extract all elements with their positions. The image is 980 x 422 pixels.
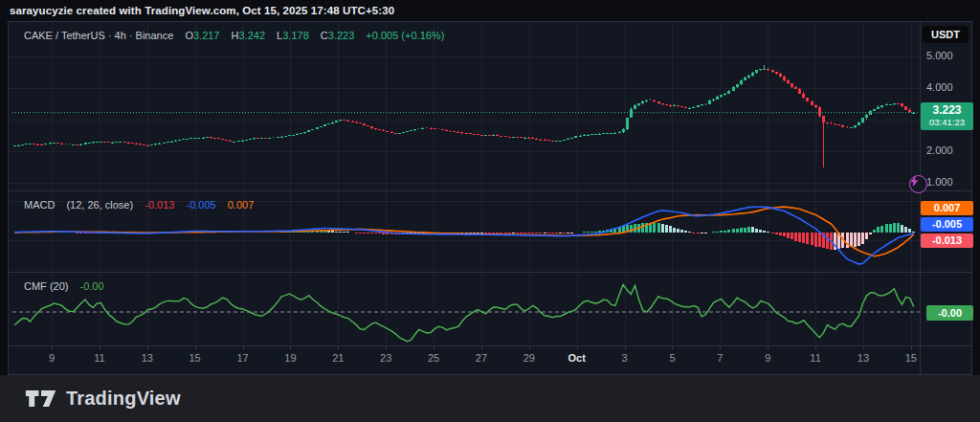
macd-title[interactable]: MACD (24, 199, 55, 211)
open-value: 3.217 (193, 30, 220, 41)
cmf-title[interactable]: CMF (20) (24, 280, 68, 292)
symbol-title[interactable]: CAKE / TetherUS · 4h · Binance (24, 30, 173, 41)
footer: TradingView (0, 375, 980, 422)
cmf-legend[interactable]: CMF (20) -0.00 (24, 279, 104, 294)
price-axis[interactable]: 5.0004.0002.0001.000 (920, 22, 971, 345)
time-tick-label: 9 (746, 352, 789, 364)
time-tick-label: 11 (78, 352, 121, 364)
macd-params: (12, 26, close) (66, 199, 133, 211)
time-tick-label: 7 (699, 352, 741, 364)
price-tick-label: 4.000 (926, 81, 953, 93)
boost-lightning-icon[interactable] (909, 175, 927, 193)
change-value: +0.005 (+0.16%) (366, 30, 444, 41)
lightning-glyph (910, 176, 919, 187)
close-value: 3.223 (328, 30, 355, 41)
macd-line-badge: -0.005 (921, 217, 973, 232)
macd-signal-value: 0.007 (228, 199, 255, 211)
tradingview-logo-text: TradingView (66, 388, 181, 410)
time-tick-label: 9 (31, 352, 73, 364)
cmf-badge: -0.00 (926, 305, 973, 321)
time-tick-label: 25 (412, 352, 455, 364)
macd-hist-badge: -0.013 (921, 233, 973, 248)
high-label: H (232, 30, 239, 41)
bar-countdown: 03:41:23 (921, 117, 973, 127)
low-value: 3.178 (282, 30, 309, 41)
time-tick-label: 15 (890, 352, 932, 364)
cmf-value: -0.00 (80, 280, 104, 292)
time-tick-label: 13 (126, 352, 168, 364)
time-tick-label: Oct (556, 352, 598, 364)
time-axis[interactable]: 911131517192123252729Oct3579111315 (9, 345, 971, 374)
macd-legend[interactable]: MACD (12, 26, close) -0.013 -0.005 0.007 (24, 198, 254, 212)
time-tick-label: 13 (842, 352, 884, 364)
time-tick-label: 3 (604, 352, 646, 364)
time-tick-label: 29 (508, 352, 550, 364)
time-tick-label: 19 (269, 352, 311, 364)
tradingview-logo-icon (25, 389, 57, 409)
symbol-legend[interactable]: CAKE / TetherUS · 4h · Binance O3.217 H3… (24, 29, 444, 43)
macd-line-value: -0.005 (186, 199, 215, 211)
macd-signal-badge: 0.007 (921, 201, 973, 215)
time-tick-label: 23 (365, 352, 407, 364)
tradingview-logo[interactable]: TradingView (25, 388, 181, 410)
last-price-value: 3.223 (921, 104, 973, 117)
price-tick-label: 1.000 (926, 176, 953, 188)
time-tick-label: 27 (460, 352, 502, 364)
time-tick-label: 15 (174, 352, 216, 364)
tradingview-snapshot: sarayucyzie created with TradingView.com… (0, 0, 980, 422)
close-label: C (321, 30, 328, 41)
time-tick-label: 5 (651, 352, 693, 364)
currency-toggle-button[interactable]: USDT (923, 26, 969, 43)
time-tick-label: 21 (317, 352, 359, 364)
attribution-text: sarayucyzie created with TradingView.com… (0, 0, 980, 21)
macd-hist-value: -0.013 (145, 199, 174, 211)
time-tick-label: 17 (222, 352, 264, 364)
time-tick-label: 11 (794, 352, 836, 364)
price-tick-label: 5.000 (926, 50, 953, 61)
price-tick-label: 2.000 (926, 144, 953, 156)
last-price-badge: 3.223 03:41:23 (921, 102, 973, 130)
high-value: 3.242 (239, 30, 266, 41)
chart-panel[interactable]: CAKE / TetherUS · 4h · Binance O3.217 H3… (8, 21, 972, 375)
open-label: O (185, 30, 193, 41)
